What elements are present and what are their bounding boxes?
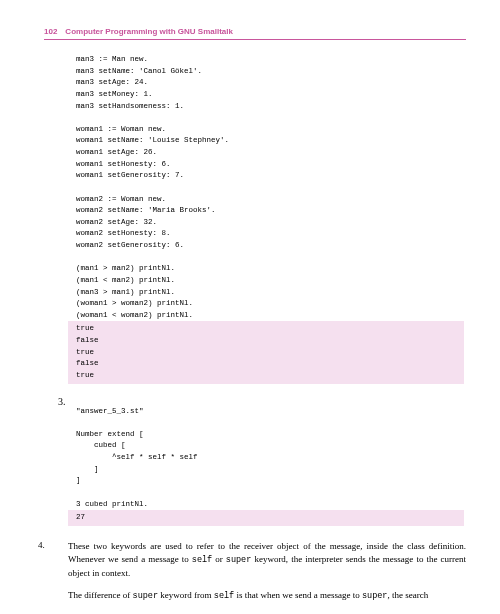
output-block-2: 27 [68,510,464,526]
text: The difference of [68,590,133,600]
header-title: Computer Programming with GNU Smalltalk [65,27,233,36]
header-text: 102Computer Programming with GNU Smallta… [44,27,233,36]
code-self: self [192,555,212,565]
list-item-3: 3. "answer_5_3.st" Number extend [ cubed… [44,396,466,526]
code-super: super [226,555,252,565]
code-super: super [133,591,159,601]
text: , the search [387,590,428,600]
list-item-4: 4. These two keywords are used to refer … [68,540,466,603]
paragraph-4b: The difference of super keyword from sel… [68,589,466,603]
code-block-1: man3 := Man new. man3 setName: 'Canol Gö… [76,54,466,321]
paragraph-4a: These two keywords are used to refer to … [68,540,466,581]
list-number-4: 4. [38,540,45,550]
code-super: super [362,591,388,601]
text: is that when we send a message to [234,590,362,600]
code-block-2: "answer_5_3.st" Number extend [ cubed [ … [76,406,466,511]
code-self: self [214,591,234,601]
page-number: 102 [44,27,57,36]
page-header: 102Computer Programming with GNU Smallta… [44,26,466,40]
output-block-1: true false true false true [68,321,464,383]
text: or [212,554,226,564]
list-number-3: 3. [58,396,66,407]
text: keyword from [158,590,214,600]
